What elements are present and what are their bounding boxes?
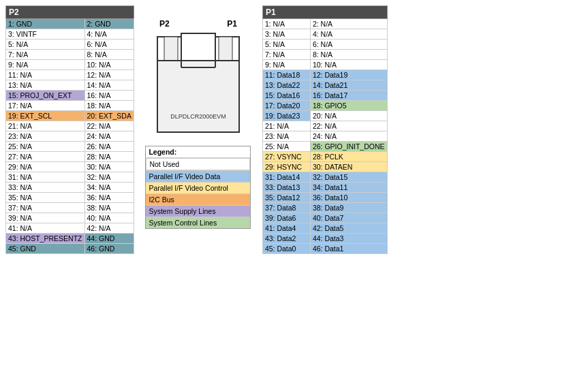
p1-left-cell: 9: N/A [262, 60, 310, 70]
p1-section: P1 1: N/A2: N/A3: N/A4: N/A5: N/A6: N/A7… [262, 5, 388, 254]
table-row: 29: HSYNC30: DATAEN [262, 162, 387, 172]
p1-left-cell: 25: N/A [262, 142, 310, 152]
p1-right-cell: 34: Data11 [310, 183, 387, 193]
table-row: 17: Data2018: GPIO5 [262, 101, 387, 111]
table-row: 21: N/A22: N/A [6, 121, 134, 131]
table-row: 37: N/A38: N/A [6, 203, 134, 213]
p2-right-cell: 22: N/A [84, 121, 134, 131]
p2-left-cell: 37: N/A [6, 203, 85, 213]
p1-left-cell: 27: VSYNC [262, 152, 310, 162]
p1-left-cell: 43: Data2 [262, 234, 310, 244]
p1-left-cell: 41: Data4 [262, 223, 310, 234]
table-row: 25: N/A26: GPIO_INIT_DONE [262, 142, 387, 152]
p2-right-cell: 2: GND [84, 19, 134, 29]
connector-diagram: DLPDLCR2000EVM [154, 30, 243, 139]
table-row: 31: Data1432: Data15 [262, 172, 387, 183]
p1-left-cell: 17: Data20 [262, 101, 310, 111]
p1-left-cell: 35: Data12 [262, 193, 310, 203]
table-row: 5: N/A6: N/A [6, 40, 134, 50]
p2-left-cell: 35: N/A [6, 193, 85, 203]
p2-right-cell: 28: N/A [84, 152, 134, 162]
table-row: 21: N/A22: N/A [262, 121, 387, 131]
p2-left-cell: 25: N/A [6, 142, 85, 152]
p2-left-cell: 3: VINTF [6, 29, 85, 40]
p1-right-cell: 24: N/A [310, 131, 387, 142]
center-section: P2 P1 DLPDLCR2000EVM Legend: Not UsedPar… [137, 5, 260, 229]
table-row: 3: N/A4: N/A [262, 29, 387, 40]
p1-left-cell: 21: N/A [262, 121, 310, 131]
p2-left-cell: 13: N/A [6, 80, 85, 91]
table-row: 39: Data640: Data7 [262, 213, 387, 223]
p1-right-cell: 20: N/A [310, 111, 387, 121]
p2-right-cell: 6: N/A [84, 40, 134, 50]
table-row: 43: Data244: Data3 [262, 234, 387, 244]
p2-title: P2 [6, 6, 134, 19]
table-row: 23: N/A24: N/A [6, 131, 134, 142]
p2-right-cell: 24: N/A [84, 131, 134, 142]
legend-color-label: I2C Bus [146, 194, 250, 205]
p2-left-cell: 33: N/A [6, 183, 85, 193]
p1-left-cell: 29: HSYNC [262, 162, 310, 172]
p2-right-cell: 26: N/A [84, 142, 134, 152]
legend-color-label: Parallel I/F Video Control [146, 183, 250, 193]
table-row: 7: N/A8: N/A [262, 50, 387, 60]
table-row: 31: N/A32: N/A [6, 172, 134, 183]
legend-title: Legend: [146, 146, 250, 158]
p1-left-cell: 19: Data23 [262, 111, 310, 121]
table-row: 45: GND46: GND [6, 244, 134, 254]
p1-left-cell: 1: N/A [262, 19, 310, 29]
table-row: 13: N/A14: N/A [6, 80, 134, 91]
table-row: 27: N/A28: N/A [6, 152, 134, 162]
svg-rect-4 [157, 61, 239, 132]
p2-table: P2 1: GND2: GND3: VINTF4: N/A5: N/A6: N/… [5, 5, 134, 254]
table-row: 33: N/A34: N/A [6, 183, 134, 193]
table-row: 9: N/A10: N/A [262, 60, 387, 70]
table-row: 25: N/A26: N/A [6, 142, 134, 152]
p2-left-cell: 27: N/A [6, 152, 85, 162]
p2-left-cell: 7: N/A [6, 50, 85, 60]
table-row: 17: N/A18: N/A [6, 101, 134, 111]
p1-table: P1 1: N/A2: N/A3: N/A4: N/A5: N/A6: N/A7… [262, 5, 388, 254]
table-row: 41: N/A42: N/A [6, 223, 134, 234]
p2-left-cell: 23: N/A [6, 131, 85, 142]
table-row: 5: N/A6: N/A [262, 40, 387, 50]
p1-left-cell: 3: N/A [262, 29, 310, 40]
p1-right-cell: 40: Data7 [310, 213, 387, 223]
p2-right-cell: 38: N/A [84, 203, 134, 213]
table-row: 43: HOST_PRESENTZ44: GND [6, 234, 134, 244]
table-row: 1: N/A2: N/A [262, 19, 387, 29]
p2-right-cell: 12: N/A [84, 70, 134, 80]
p2-right-cell: 20: EXT_SDA [84, 111, 134, 121]
legend-item: I2C Bus [146, 194, 250, 206]
p1-left-cell: 33: Data13 [262, 183, 310, 193]
table-row: 13: Data2214: Data21 [262, 80, 387, 91]
p2-right-cell: 46: GND [84, 244, 134, 254]
p2-right-cell: 18: N/A [84, 101, 134, 111]
p1-right-cell: 14: Data21 [310, 80, 387, 91]
main-layout: P2 1: GND2: GND3: VINTF4: N/A5: N/A6: N/… [5, 5, 583, 371]
p1-connector-label: P1 [227, 19, 237, 29]
legend-box: Legend: Not UsedParallel I/F Video DataP… [145, 146, 251, 229]
legend-color-label: System Control Lines [146, 217, 250, 228]
p1-right-cell: 38: Data9 [310, 203, 387, 213]
svg-rect-3 [219, 37, 232, 61]
table-row: 39: N/A40: N/A [6, 213, 134, 223]
svg-text:DLPDLCR2000EVM: DLPDLCR2000EVM [170, 113, 226, 120]
table-row: 19: Data2320: N/A [262, 111, 387, 121]
p1-right-cell: 32: Data15 [310, 172, 387, 183]
p2-left-cell: 41: N/A [6, 223, 85, 234]
p2-left-cell: 43: HOST_PRESENTZ [6, 234, 85, 244]
table-row: 41: Data442: Data5 [262, 223, 387, 234]
p1-right-cell: 36: Data10 [310, 193, 387, 203]
table-row: 1: GND2: GND [6, 19, 134, 29]
p1-left-cell: 15: Data16 [262, 91, 310, 101]
table-row: 33: Data1334: Data11 [262, 183, 387, 193]
table-row: 29: N/A30: N/A [6, 162, 134, 172]
table-row: 23: N/A24: N/A [262, 131, 387, 142]
svg-rect-2 [164, 37, 178, 61]
p2-left-cell: 31: N/A [6, 172, 85, 183]
p2-right-cell: 30: N/A [84, 162, 134, 172]
p1-left-cell: 23: N/A [262, 131, 310, 142]
p2-left-cell: 29: N/A [6, 162, 85, 172]
p1-left-cell: 31: Data14 [262, 172, 310, 183]
